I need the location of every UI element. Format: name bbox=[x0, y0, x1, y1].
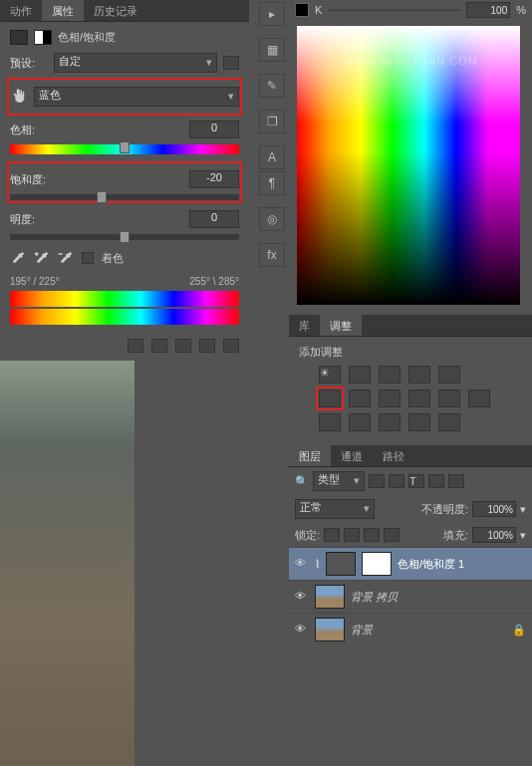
tab-paths[interactable]: 路径 bbox=[373, 445, 414, 466]
saturation-input[interactable]: -20 bbox=[189, 170, 239, 188]
channel-mixer-icon[interactable] bbox=[438, 389, 460, 407]
threshold-icon[interactable] bbox=[379, 413, 400, 431]
selective-color-icon[interactable] bbox=[438, 413, 460, 431]
view-previous-icon[interactable] bbox=[151, 339, 167, 353]
color-lookup-icon[interactable] bbox=[468, 389, 490, 407]
preset-select[interactable]: 自定 bbox=[54, 53, 217, 73]
lightness-input[interactable]: 0 bbox=[189, 210, 239, 228]
filter-shape-icon[interactable] bbox=[428, 474, 444, 488]
filter-type-icon[interactable]: T bbox=[408, 474, 424, 488]
mask-icon bbox=[34, 30, 52, 45]
layer-filter-select[interactable]: 类型 bbox=[313, 471, 365, 491]
color-picker[interactable] bbox=[297, 26, 520, 305]
visibility-icon[interactable]: 👁 bbox=[295, 590, 309, 604]
k-value[interactable]: 100 bbox=[466, 2, 510, 18]
hue-slider[interactable] bbox=[10, 144, 239, 154]
hue-input[interactable]: 0 bbox=[189, 121, 239, 138]
lock-all-icon[interactable] bbox=[384, 528, 399, 542]
layer-item[interactable]: 👁 ⌇ 色相/饱和度 1 bbox=[289, 547, 532, 580]
canvas-preview bbox=[0, 361, 134, 766]
colorize-label: 着色 bbox=[102, 251, 124, 266]
clip-to-layer-icon[interactable] bbox=[128, 339, 143, 353]
adjust-tabs: 库 调整 bbox=[289, 315, 532, 337]
preset-menu-icon[interactable] bbox=[223, 56, 239, 70]
lock-position-icon[interactable] bbox=[364, 528, 380, 542]
colorize-checkbox[interactable] bbox=[82, 252, 94, 264]
curves-icon[interactable] bbox=[379, 366, 400, 383]
layer-item[interactable]: 👁 背景 拷贝 bbox=[289, 580, 532, 613]
character-icon[interactable]: A bbox=[259, 145, 285, 169]
saturation-slider[interactable] bbox=[10, 194, 239, 200]
panel-title: 色相/饱和度 bbox=[58, 30, 116, 45]
saturation-highlight: 饱和度: -20 bbox=[8, 162, 241, 202]
navigator-icon[interactable]: ◎ bbox=[259, 207, 285, 231]
posterize-icon[interactable] bbox=[349, 413, 371, 431]
layer-item[interactable]: 👁 背景 🔒 bbox=[289, 613, 532, 645]
tab-actions[interactable]: 动作 bbox=[0, 0, 42, 21]
tab-properties[interactable]: 属性 bbox=[42, 0, 84, 21]
filter-pixel-icon[interactable] bbox=[369, 474, 385, 488]
eyedropper-plus-icon[interactable] bbox=[34, 250, 50, 266]
vibrance-icon[interactable] bbox=[438, 366, 460, 383]
brush-icon[interactable]: ✎ bbox=[259, 74, 285, 98]
trash-icon[interactable] bbox=[223, 339, 239, 353]
levels-icon[interactable] bbox=[349, 366, 371, 383]
k-unit: % bbox=[516, 4, 526, 16]
color-balance-icon[interactable] bbox=[349, 389, 371, 407]
layer-name[interactable]: 背景 拷贝 bbox=[351, 590, 398, 605]
layers-icon[interactable]: ❐ bbox=[259, 110, 285, 133]
photo-filter-icon[interactable] bbox=[408, 389, 430, 407]
opacity-label: 不透明度: bbox=[421, 502, 468, 517]
lightness-slider[interactable] bbox=[10, 234, 239, 240]
hue-saturation-icon[interactable] bbox=[319, 389, 341, 407]
swatches-icon[interactable]: ▦ bbox=[259, 38, 285, 62]
hue-label: 色相: bbox=[10, 123, 48, 137]
exposure-icon[interactable] bbox=[408, 366, 430, 383]
range-right: 255° \ 285° bbox=[189, 276, 239, 287]
tab-history[interactable]: 历史记录 bbox=[84, 0, 147, 21]
tab-library[interactable]: 库 bbox=[289, 315, 320, 336]
lightness-label: 明度: bbox=[10, 212, 48, 227]
brightness-contrast-icon[interactable]: ☀ bbox=[319, 366, 341, 383]
visibility-icon[interactable]: 👁 bbox=[295, 557, 309, 571]
tab-layers[interactable]: 图层 bbox=[289, 445, 331, 466]
link-icon[interactable]: ⌇ bbox=[315, 558, 320, 571]
tab-channels[interactable]: 通道 bbox=[331, 445, 373, 466]
channel-select[interactable]: 蓝色 bbox=[34, 87, 239, 107]
gradient-map-icon[interactable] bbox=[408, 413, 430, 431]
saturation-label: 饱和度: bbox=[10, 172, 48, 187]
eyedropper-icon[interactable] bbox=[10, 250, 26, 266]
blend-mode-select[interactable]: 正常 bbox=[295, 499, 375, 519]
paragraph-icon[interactable]: ¶ bbox=[259, 171, 285, 195]
filter-adjust-icon[interactable] bbox=[389, 474, 404, 488]
layer-name[interactable]: 色相/饱和度 1 bbox=[398, 557, 464, 572]
bw-icon[interactable] bbox=[379, 389, 400, 407]
lock-transparent-icon[interactable] bbox=[324, 528, 340, 542]
styles-icon[interactable]: fx bbox=[259, 243, 285, 267]
eyedropper-minus-icon[interactable] bbox=[58, 250, 74, 266]
fill-value[interactable]: 100% bbox=[472, 527, 516, 543]
opacity-chevron-icon[interactable]: ▾ bbox=[520, 503, 526, 516]
tab-adjustments[interactable]: 调整 bbox=[320, 315, 362, 336]
spectrum-top[interactable] bbox=[10, 291, 239, 307]
fill-label: 填充: bbox=[443, 528, 468, 543]
lock-icon: 🔒 bbox=[512, 624, 526, 637]
lock-label: 锁定: bbox=[295, 528, 320, 543]
invert-icon[interactable] bbox=[319, 413, 341, 431]
reset-icon[interactable] bbox=[175, 339, 191, 353]
toggle-visibility-icon[interactable] bbox=[199, 339, 215, 353]
fill-chevron-icon[interactable]: ▾ bbox=[520, 529, 526, 542]
filter-smart-icon[interactable] bbox=[448, 474, 464, 488]
layer-mask-thumb[interactable] bbox=[362, 552, 392, 576]
visibility-icon[interactable]: 👁 bbox=[295, 623, 309, 637]
layers-tabs: 图层 通道 路径 bbox=[289, 445, 532, 467]
lock-pixels-icon[interactable] bbox=[344, 528, 360, 542]
opacity-value[interactable]: 100% bbox=[472, 501, 516, 517]
left-tabs: 动作 属性 历史记录 bbox=[0, 0, 249, 22]
layer-name[interactable]: 背景 bbox=[351, 623, 373, 638]
spectrum-bottom[interactable] bbox=[10, 309, 239, 325]
range-left: 195° / 225° bbox=[10, 276, 60, 287]
collapse-panel-icon[interactable]: ▸ bbox=[259, 2, 285, 26]
k-label: K bbox=[315, 4, 322, 16]
targeted-adjust-icon[interactable] bbox=[10, 88, 28, 106]
